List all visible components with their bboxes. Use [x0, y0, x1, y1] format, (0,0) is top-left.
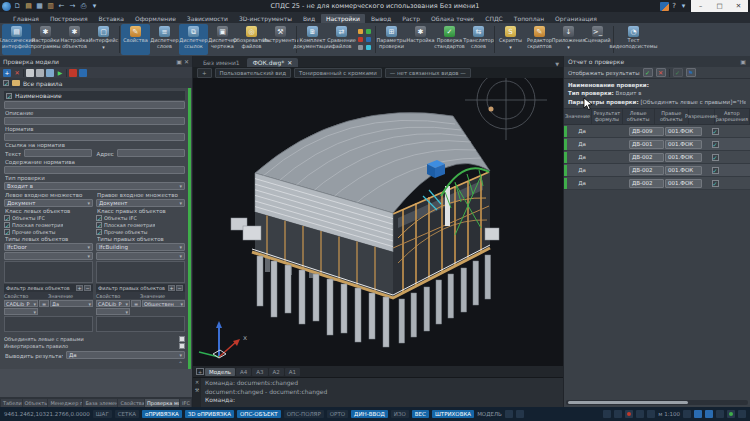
green-scrollbar[interactable] [188, 88, 191, 369]
tab-vid[interactable]: Вид [298, 14, 320, 23]
app-logo-icon[interactable] [2, 2, 11, 11]
rule-doc-icon[interactable] [26, 69, 34, 77]
property-select[interactable]: ▾ [4, 308, 38, 315]
horizontal-scrollbar[interactable] [566, 400, 748, 405]
flag-icon[interactable]: ⚑ [686, 68, 696, 77]
zoom-icon[interactable] [694, 410, 702, 418]
right-set-select[interactable]: Документ▾ [96, 199, 185, 207]
palette-tab-ifc[interactable]: IFC [180, 399, 191, 407]
report-row[interactable]: Да ДВ-002 001.ФОК ✓ [564, 164, 750, 177]
object-settings-button[interactable]: ✱Настройка объектов [60, 24, 89, 55]
scripts-button[interactable]: SСкрипты▾ [496, 24, 525, 55]
viewport-3d[interactable]: x [193, 78, 563, 366]
mini-tool-icon[interactable] [366, 37, 371, 42]
accept-icon[interactable]: ✓ [673, 68, 683, 77]
left-class-ifc[interactable]: ✓Объекты IFC [4, 214, 93, 221]
command-line[interactable]: ✕ ⚒ Команда: documents:changed document:… [193, 377, 563, 407]
left-type-select[interactable]: IfcDoor▾ [4, 243, 93, 251]
tab-vyvod[interactable]: Вывод [366, 14, 396, 23]
tab-oformlenie[interactable]: Оформление [130, 14, 181, 23]
mini-tool-icon[interactable] [358, 45, 363, 50]
run-check-icon[interactable]: ▶ [56, 69, 64, 77]
redo-icon[interactable]: → [68, 2, 77, 11]
right-object-cell[interactable]: 001.ФОК [665, 153, 702, 162]
show-passed-toggle[interactable]: ✓ [643, 68, 653, 77]
operator-select[interactable]: = [39, 300, 49, 307]
save-as-icon[interactable]: ▥ [46, 2, 55, 11]
undo-icon[interactable]: ← [57, 2, 66, 11]
resolution-checkbox[interactable]: ✓ [712, 154, 719, 161]
add-filter-button[interactable]: + [76, 285, 83, 291]
save-icon[interactable]: ▦ [35, 2, 44, 11]
toggle-osnap[interactable]: оПРИВЯЗКА [142, 410, 182, 418]
clipboard-icon[interactable] [647, 410, 655, 418]
program-settings-button[interactable]: ✱Настройки программы [31, 24, 60, 55]
merge-left-right-option[interactable]: Объединять левые с правыми [4, 335, 185, 342]
checkbox[interactable]: ✓ [4, 229, 10, 235]
palette-tab-model-check[interactable]: Проверка моде... [145, 399, 179, 407]
tab-nastroyki[interactable]: Настройки [321, 14, 365, 23]
scenario-button[interactable]: >_Сценарий [583, 24, 612, 55]
close-button[interactable]: ✕ [729, 0, 748, 12]
checkbox[interactable]: ✓ [96, 229, 102, 235]
new-file-icon[interactable]: 🗋 [13, 2, 22, 11]
toggle-hatch[interactable]: ШТРИХОВКА [432, 410, 474, 418]
minimize-button[interactable]: – [691, 0, 710, 12]
text-input[interactable] [24, 149, 92, 157]
right-type-select-2[interactable]: ▾ [96, 252, 185, 260]
interface-button[interactable]: ▢Интерфейс▾ [89, 24, 118, 55]
tab-glavnaya[interactable]: Главная [8, 14, 44, 23]
left-object-cell[interactable]: ДВ-001 [629, 140, 664, 149]
tab-3d-instrumenty[interactable]: 3D-инструменты [234, 14, 297, 23]
print-icon[interactable]: ⎙ [79, 2, 88, 11]
right-class-other[interactable]: ✓Прочие объекты [96, 228, 185, 235]
applications-button[interactable]: ↓Приложения▾ [554, 24, 583, 55]
value-select[interactable]: Обществен▾ [142, 300, 185, 307]
report-row[interactable]: Да ДВ-009 001.ФОК ✓ [564, 125, 750, 138]
report-row[interactable]: Да ДВ-002 001.ФОК ✓ [564, 151, 750, 164]
resolution-checkbox[interactable]: ✓ [712, 128, 719, 135]
right-type-select[interactable]: IfcBuilding▾ [96, 243, 185, 251]
left-object-cell[interactable]: ДВ-002 [629, 153, 664, 162]
checkbox[interactable]: ✓ [4, 215, 10, 221]
tab-postroeniya[interactable]: Построения [45, 14, 93, 23]
collapse-chevron-icon[interactable]: ⌃ [4, 360, 185, 367]
pin-icon[interactable]: ▣ [740, 58, 746, 65]
description-input[interactable] [4, 117, 185, 125]
checkbox[interactable]: ✓ [4, 222, 10, 228]
layout-tab-a1[interactable]: А1 [285, 368, 300, 376]
left-types-list[interactable] [4, 261, 93, 283]
tab-topoplan[interactable]: Топоплан [509, 14, 549, 23]
properties-button[interactable]: ✎Свойства [121, 24, 150, 55]
root-checkbox[interactable]: ✓ [3, 80, 9, 86]
open-file-icon[interactable]: ▤ [24, 2, 33, 11]
invert-rule-option[interactable]: Инвертировать правило [4, 342, 185, 349]
save-rules-icon[interactable] [46, 69, 54, 77]
palette-tab-elements[interactable]: База элементов [83, 399, 117, 407]
maximize-button[interactable]: □ [710, 0, 729, 12]
right-class-ifc[interactable]: ✓Объекты IFC [96, 214, 185, 221]
value-select[interactable]: Да▾ [50, 300, 93, 307]
checkbox[interactable]: ✓ [96, 222, 102, 228]
layout-tab-a2[interactable]: А2 [269, 368, 284, 376]
resolution-checkbox[interactable]: ✓ [712, 167, 719, 174]
palette-tab-manager[interactable]: Менеджер про... [48, 399, 82, 407]
toggle-dyn-input[interactable]: ДИН-ВВОД [351, 410, 388, 418]
layout-tab-a4[interactable]: А4 [236, 368, 251, 376]
layer-translator-button[interactable]: ⇆Транслятор слоев [464, 24, 493, 55]
classic-interface-button[interactable]: ▤Классический интерфейс [2, 24, 31, 55]
viewport-lock-icon[interactable] [516, 410, 524, 418]
rule-copy-icon[interactable] [36, 69, 44, 77]
toggle-3d-osnap[interactable]: 3D оПРИВЯЗКА [185, 410, 234, 418]
output-select[interactable]: Да▾ [66, 351, 185, 359]
pin-icon[interactable]: ▣ [176, 58, 182, 65]
add-filter-button[interactable]: + [168, 285, 175, 291]
model-space-button[interactable]: МОДЕЛЬ [477, 411, 502, 417]
delete-rule-icon[interactable]: ✕ [13, 69, 21, 77]
tools-button[interactable]: ⚒Инструменты [266, 24, 295, 55]
checkbox[interactable]: ✓ [96, 215, 102, 221]
toggle-snap-step[interactable]: ШАГ [93, 410, 112, 418]
mini-tool-icon[interactable] [358, 29, 363, 34]
right-object-cell[interactable]: 001.ФОК [665, 179, 702, 188]
magnifier-icon[interactable] [716, 410, 724, 418]
